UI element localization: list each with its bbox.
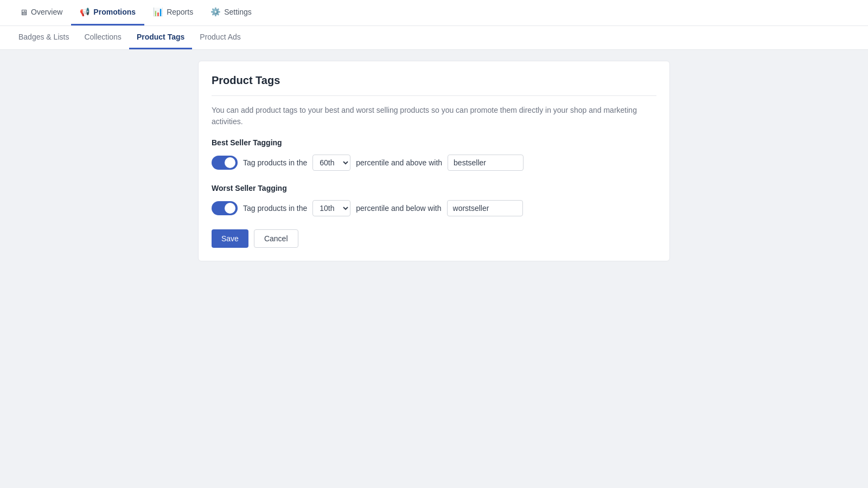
settings-icon: ⚙️ <box>210 7 221 17</box>
worst-seller-tag-label: Tag products in the <box>243 204 307 213</box>
nav-settings[interactable]: ⚙️ Settings <box>202 0 260 25</box>
subnav-badges-label: Badges & Lists <box>18 33 69 41</box>
best-seller-section: Best Seller Tagging Tag products in the … <box>212 138 656 171</box>
worst-seller-percentile-select[interactable]: 10th 20th 30th 40th 50th 60th 70th 80th … <box>312 200 350 216</box>
nav-overview-label: Overview <box>31 8 62 16</box>
top-navigation: 🖥 Overview 📢 Promotions 📊 Reports ⚙️ Set… <box>0 0 868 26</box>
subnav-collections[interactable]: Collections <box>76 26 129 49</box>
save-button[interactable]: Save <box>212 229 248 248</box>
card-description: You can add product tags to your best an… <box>212 105 656 127</box>
button-row: Save Cancel <box>212 229 656 248</box>
subnav-product-tags[interactable]: Product Tags <box>129 26 192 49</box>
best-seller-percentile-select[interactable]: 10th 20th 30th 40th 50th 60th 70th 80th … <box>312 155 350 171</box>
nav-reports-label: Reports <box>167 8 193 16</box>
subnav-product-ads[interactable]: Product Ads <box>192 26 248 49</box>
card-title: Product Tags <box>212 74 656 96</box>
main-content: Product Tags You can add product tags to… <box>0 50 868 272</box>
best-seller-toggle-slider <box>212 156 238 170</box>
best-seller-row: Tag products in the 10th 20th 30th 40th … <box>212 155 656 171</box>
subnav-collections-label: Collections <box>84 33 121 41</box>
best-seller-tag-label: Tag products in the <box>243 158 307 167</box>
worst-seller-section: Worst Seller Tagging Tag products in the… <box>212 184 656 216</box>
nav-reports[interactable]: 📊 Reports <box>144 0 202 25</box>
worst-seller-toggle[interactable] <box>212 201 238 215</box>
best-seller-title: Best Seller Tagging <box>212 138 656 147</box>
worst-seller-tag-input[interactable] <box>447 200 523 216</box>
best-seller-percentile-label: percentile and above with <box>356 158 442 167</box>
nav-promotions[interactable]: 📢 Promotions <box>71 0 144 25</box>
product-tags-card: Product Tags You can add product tags to… <box>198 61 670 261</box>
worst-seller-title: Worst Seller Tagging <box>212 184 656 192</box>
promotions-icon: 📢 <box>80 7 90 17</box>
nav-promotions-label: Promotions <box>93 8 136 16</box>
sub-navigation: Badges & Lists Collections Product Tags … <box>0 26 868 50</box>
worst-seller-row: Tag products in the 10th 20th 30th 40th … <box>212 200 656 216</box>
best-seller-toggle[interactable] <box>212 156 238 170</box>
reports-icon: 📊 <box>153 7 163 17</box>
subnav-badges[interactable]: Badges & Lists <box>11 26 76 49</box>
worst-seller-percentile-label: percentile and below with <box>356 204 441 213</box>
overview-icon: 🖥 <box>20 8 28 17</box>
cancel-button[interactable]: Cancel <box>254 229 298 248</box>
nav-overview[interactable]: 🖥 Overview <box>11 0 71 25</box>
worst-seller-toggle-slider <box>212 201 238 215</box>
nav-settings-label: Settings <box>224 8 252 16</box>
subnav-product-tags-label: Product Tags <box>137 33 184 41</box>
best-seller-tag-input[interactable] <box>448 155 524 171</box>
subnav-product-ads-label: Product Ads <box>200 33 241 41</box>
